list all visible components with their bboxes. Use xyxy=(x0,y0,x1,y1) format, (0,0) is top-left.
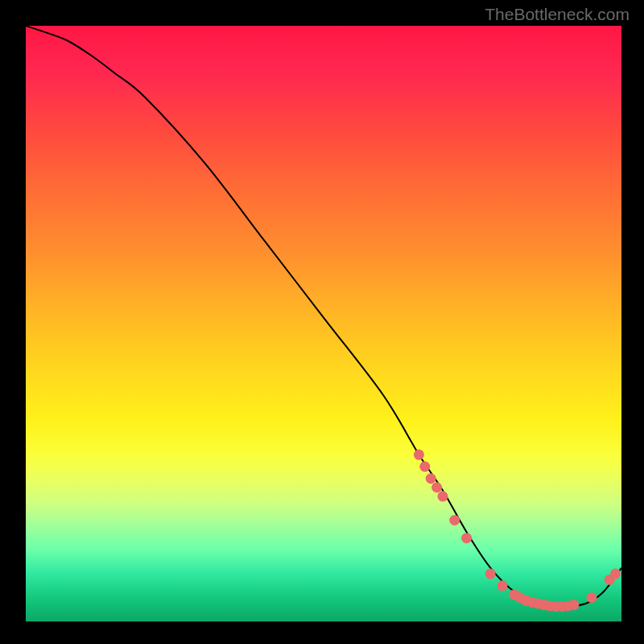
marker-dot xyxy=(414,449,424,460)
marker-dots-group xyxy=(414,449,621,612)
bottleneck-curve-path xyxy=(26,26,621,607)
marker-dot xyxy=(426,473,436,484)
watermark-text: TheBottleneck.com xyxy=(485,5,630,24)
marker-dot xyxy=(438,491,448,502)
marker-dot xyxy=(449,515,460,526)
marker-dot xyxy=(568,600,579,610)
chart-svg xyxy=(26,26,621,621)
chart-plot-area xyxy=(26,26,621,621)
marker-dot xyxy=(419,461,430,472)
marker-dot xyxy=(461,533,472,543)
marker-dot xyxy=(431,482,442,493)
marker-dot xyxy=(497,580,508,591)
marker-dot xyxy=(587,592,597,603)
marker-dot xyxy=(610,568,621,579)
marker-dot xyxy=(485,568,496,579)
